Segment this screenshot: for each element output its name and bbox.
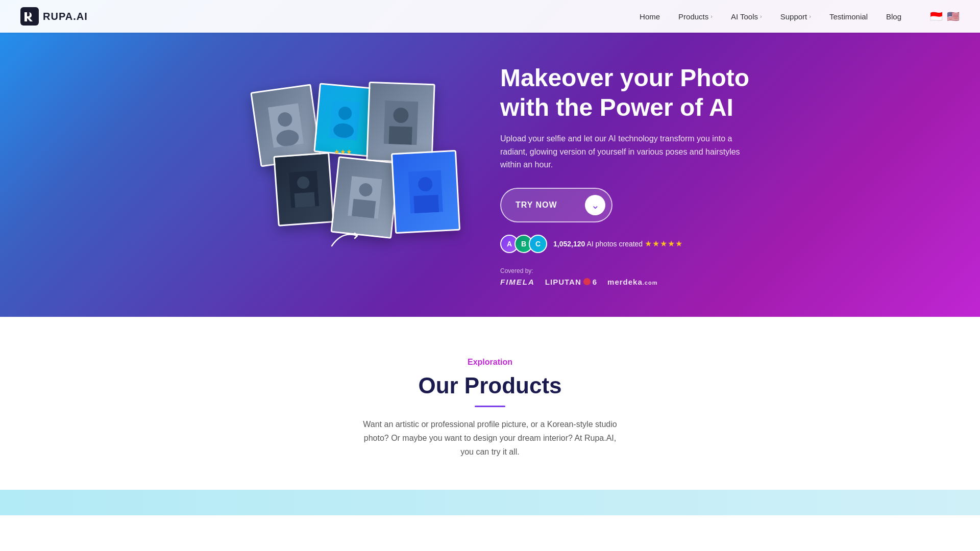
logo-text: RUPA.AI: [43, 11, 88, 22]
logo-link[interactable]: RUPA.AI: [20, 7, 88, 26]
avatar-3: C: [529, 235, 547, 253]
ai-tools-chevron-icon: ›: [760, 13, 762, 19]
nav-ai-tools[interactable]: AI Tools ›: [731, 12, 762, 21]
flag-en[interactable]: 🇺🇸: [947, 10, 960, 22]
nav-menu: Home Products › AI Tools › Support › Tes…: [640, 10, 960, 22]
try-now-circle: ⌄: [585, 195, 605, 215]
rating-stars: ★★★★★: [645, 239, 683, 248]
collage-arrow-icon: [327, 226, 368, 251]
nav-products[interactable]: Products ›: [678, 12, 713, 21]
covered-by-label: Covered by:: [500, 267, 776, 274]
nav-testimonial[interactable]: Testimonial: [829, 12, 868, 21]
media-logos: FIMELA LIPUTAN6 merdeka.com: [500, 278, 776, 286]
try-now-button[interactable]: TRY NOW ⌄: [500, 188, 612, 222]
svg-rect-18: [413, 195, 439, 213]
section-title: Our Products: [260, 373, 720, 398]
language-flags: 🇮🇩 🇺🇸: [930, 10, 960, 22]
support-chevron-icon: ›: [809, 13, 811, 19]
nav-blog[interactable]: Blog: [886, 12, 901, 21]
navbar: RUPA.AI Home Products › AI Tools › Suppo…: [0, 0, 980, 33]
svg-rect-12: [294, 192, 315, 208]
svg-rect-9: [388, 126, 412, 145]
products-section: Exploration Our Products Want an artisti…: [0, 317, 980, 490]
flag-id[interactable]: 🇮🇩: [930, 10, 943, 22]
logo-icon: [20, 7, 39, 26]
try-now-arrow-icon: ⌄: [591, 200, 600, 210]
photo-frame-6: [391, 150, 460, 234]
nav-support[interactable]: Support ›: [780, 12, 811, 21]
bottom-bar: [0, 490, 980, 515]
nav-home[interactable]: Home: [640, 12, 660, 21]
section-tag: Exploration: [260, 358, 720, 367]
photo-frame-4: [273, 153, 334, 227]
merdeka-logo: merdeka.com: [607, 278, 657, 286]
hero-content: Makeover your Photo with the Power of AI…: [480, 63, 776, 286]
covered-by: Covered by: FIMELA LIPUTAN6 merdeka.com: [500, 267, 776, 286]
hero-subtitle: Upload your selfie and let our AI techno…: [500, 132, 745, 171]
hero-section: ★★★ Makeover your Photo with the Power o…: [0, 0, 980, 317]
social-proof-text: 1,052,120 AI photos created ★★★★★: [553, 239, 683, 248]
hero-title: Makeover your Photo with the Power of AI: [500, 63, 776, 122]
social-proof: A B C 1,052,120 AI photos created ★★★★★: [500, 235, 776, 253]
svg-rect-15: [352, 199, 376, 218]
avatar-stack: A B C: [500, 235, 547, 253]
section-description: Want an artistic or professional profile…: [362, 417, 618, 459]
liputan6-logo: LIPUTAN6: [545, 278, 597, 286]
section-divider: [475, 406, 505, 407]
photo-stars: ★★★: [334, 148, 352, 156]
products-chevron-icon: ›: [710, 13, 713, 19]
try-now-label: TRY NOW: [516, 201, 557, 210]
fimela-logo: FIMELA: [500, 278, 535, 286]
hero-photo-collage: ★★★: [204, 83, 480, 266]
